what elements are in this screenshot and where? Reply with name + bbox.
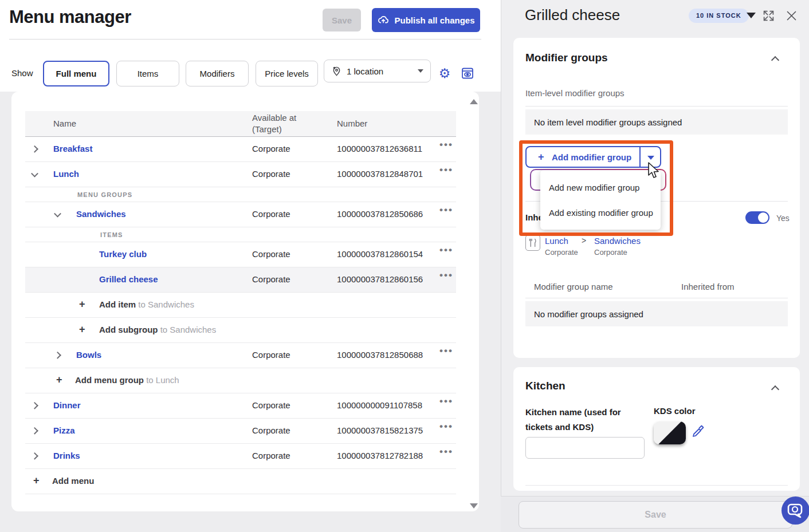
collapse-kitchen-icon[interactable]	[771, 385, 779, 393]
kds-color-label: KDS color	[654, 404, 696, 419]
add-modifier-group-button[interactable]: + Add modifier group	[525, 146, 661, 168]
row-name-link[interactable]: Lunch	[53, 169, 79, 179]
scroll-up-arrow[interactable]	[470, 99, 478, 104]
add-action-target: to Lunch	[146, 375, 179, 385]
column-header-name: Name	[53, 119, 76, 128]
add-action-label[interactable]: Add menu	[52, 476, 94, 486]
table-row-bowls: BowlsCorporate100000037812850688•••	[25, 343, 456, 368]
inherited-toggle[interactable]	[745, 211, 769, 224]
publish-all-changes-button[interactable]: Publish all changes	[372, 8, 480, 32]
breadcrumb-group-sublabel: Corporate	[594, 248, 627, 257]
chevron-right-icon[interactable]	[31, 145, 38, 152]
row-number: 100000037812850688	[337, 350, 423, 360]
table-body: BreakfastCorporate100000037812636811•••L…	[25, 137, 456, 494]
row-actions-ellipsis[interactable]: •••	[435, 245, 458, 256]
save-button[interactable]: Save	[323, 9, 361, 31]
column-header-inherited-from: Inherited from	[681, 282, 735, 291]
row-number: 100000037812848701	[337, 169, 423, 179]
table-row-dinner: DinnerCorporate100000000091107858•••	[25, 393, 456, 419]
publish-cloud-icon	[377, 14, 390, 26]
location-selector[interactable]: 1 location	[324, 60, 431, 82]
gear-icon[interactable]: ⚙	[438, 66, 451, 80]
chevron-right-icon[interactable]	[31, 452, 38, 459]
row-name-link[interactable]: Drinks	[53, 451, 80, 460]
row-actions-ellipsis[interactable]: •••	[435, 446, 458, 458]
chevron-down-icon[interactable]	[54, 210, 61, 217]
row-actions-ellipsis[interactable]: •••	[435, 204, 458, 216]
menu-manager-app: Menu manager Save Publish all changes Sh…	[0, 0, 809, 532]
kds-color-swatch[interactable]	[654, 421, 686, 444]
row-number: 100000037812860156	[337, 274, 423, 284]
row-number: 100000037812782188	[337, 451, 423, 460]
add-action-label[interactable]: Add item to Sandwiches	[99, 300, 194, 309]
tab-price-levels[interactable]: Price levels	[256, 61, 318, 86]
plus-icon: +	[33, 475, 40, 487]
chevron-right-icon[interactable]	[31, 427, 38, 434]
row-actions-ellipsis[interactable]: •••	[435, 396, 458, 407]
menu-table-card: Name Available at (Target) Number Breakf…	[11, 92, 479, 511]
add-modifier-dropdown-menu: Add new modifier groupAdd existing modif…	[540, 170, 661, 230]
chevron-down-icon[interactable]	[31, 170, 38, 177]
modifier-groups-empty-state: No modifier groups assigned	[525, 301, 788, 326]
row-number: 100000000091107858	[337, 400, 422, 410]
chevron-right-icon[interactable]	[31, 401, 38, 409]
row-name-link[interactable]: Breakfast	[53, 144, 92, 153]
row-available-at: Corporate	[252, 169, 290, 179]
row-name-link[interactable]: Sandwiches	[76, 209, 126, 219]
add-action-target: to Sandwiches	[138, 300, 194, 309]
divider	[525, 106, 788, 107]
column-header-number: Number	[337, 119, 367, 128]
chevron-right-icon[interactable]	[54, 351, 61, 358]
table-row-drinks: DrinksCorporate100000037812782188•••	[25, 444, 456, 469]
close-icon[interactable]	[786, 10, 798, 22]
row-available-at: Corporate	[252, 144, 290, 153]
row-actions-ellipsis[interactable]: •••	[435, 164, 458, 176]
add-row: +Add item to Sandwiches	[25, 293, 456, 318]
stock-dropdown-icon[interactable]	[747, 13, 756, 18]
tab-modifiers[interactable]: Modifiers	[186, 61, 249, 86]
view-settings-icon[interactable]	[461, 66, 474, 80]
row-actions-ellipsis[interactable]: •••	[435, 270, 458, 281]
row-actions-ellipsis[interactable]: •••	[435, 139, 458, 151]
page-title: Menu manager	[9, 7, 131, 27]
row-name-link[interactable]: Pizza	[53, 425, 75, 435]
add-action-label[interactable]: Add subgroup to Sandwiches	[99, 325, 216, 334]
scroll-down-arrow[interactable]	[470, 503, 478, 509]
breadcrumb-menu-link[interactable]: Lunch	[545, 236, 568, 246]
expand-icon[interactable]	[763, 10, 775, 22]
panel-save-button[interactable]: Save	[519, 501, 792, 529]
row-name-link[interactable]: Bowls	[76, 350, 101, 360]
dropdown-item-add-new-modifier-group[interactable]: Add new modifier group	[540, 175, 661, 200]
row-name-link[interactable]: Turkey club	[99, 249, 147, 259]
row-actions-ellipsis[interactable]: •••	[435, 345, 458, 357]
section-label: ITEMS	[100, 231, 123, 238]
breadcrumb-menu-sublabel: Corporate	[545, 248, 578, 257]
tab-items[interactable]: Items	[116, 61, 179, 86]
item-level-label: Item-level modifier groups	[525, 88, 625, 98]
row-available-at: Corporate	[252, 249, 290, 259]
row-name-link[interactable]: Dinner	[53, 400, 81, 410]
collapse-modifier-groups-icon[interactable]	[771, 56, 779, 64]
breadcrumb-group-link[interactable]: Sandwiches	[594, 236, 641, 246]
row-actions-ellipsis[interactable]: •••	[435, 421, 458, 432]
row-name-link[interactable]: Grilled cheese	[99, 274, 158, 284]
tab-full-menu[interactable]: Full menu	[43, 61, 109, 86]
kitchen-name-input[interactable]	[525, 437, 645, 459]
row-available-at: Corporate	[252, 400, 290, 410]
toggle-knob	[758, 212, 768, 223]
column-header-modifier-group-name: Modifier group name	[534, 282, 613, 291]
dropdown-item-add-existing-modifier-group[interactable]: Add existing modifier group	[540, 200, 661, 225]
add-row: +Add menu	[25, 469, 456, 494]
table-row-grilled-cheese: Grilled cheeseCorporate10000003781286015…	[25, 267, 456, 293]
add-action-label[interactable]: Add menu group to Lunch	[75, 375, 179, 385]
modifier-groups-heading: Modifier groups	[525, 52, 608, 64]
kitchen-name-label-line1: Kitchen name (used for	[525, 407, 621, 417]
row-available-at: Corporate	[252, 350, 290, 360]
split-button-caret-icon[interactable]	[647, 156, 654, 160]
kitchen-name-label: Kitchen name (used for tickets and KDS)	[525, 405, 621, 435]
eyedropper-icon[interactable]	[692, 424, 705, 438]
add-modifier-group-label: Add modifier group	[552, 152, 631, 162]
divider	[525, 485, 788, 486]
chat-bubble-button[interactable]	[781, 496, 809, 525]
plus-icon: +	[56, 374, 62, 386]
